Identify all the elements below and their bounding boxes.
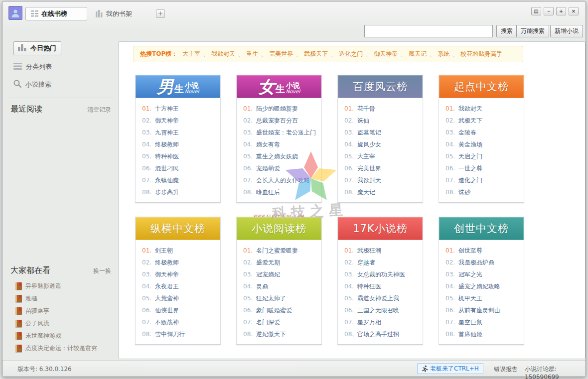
search-input[interactable] bbox=[364, 25, 493, 37]
board-list-item[interactable]: 08.官场之高手过招 bbox=[344, 328, 423, 340]
board-list-item[interactable]: 06.豪门暖婚蜜爱 bbox=[243, 304, 321, 316]
new-tab-button[interactable]: + bbox=[156, 9, 165, 18]
board-list-item[interactable]: 02.我是极品炉鼎 bbox=[445, 256, 524, 268]
board-list-item[interactable]: 08.魔天记 bbox=[344, 186, 423, 198]
hot-keyword[interactable]: 系统 bbox=[438, 50, 449, 57]
hot-keyword[interactable]: 我欲封天 bbox=[211, 50, 235, 57]
board-list-item[interactable]: 04.特种狂医 bbox=[344, 280, 423, 292]
board-list-item[interactable]: 07.星空巨鼠 bbox=[445, 316, 524, 328]
board-list-item[interactable]: 02.盛爱无期 bbox=[243, 256, 321, 268]
hot-keyword[interactable]: 完美世界 bbox=[269, 50, 293, 57]
board-list-item[interactable]: 01.陆少的暖婚新妻 bbox=[243, 103, 321, 115]
board-list-item[interactable]: 01.十方神王 bbox=[142, 103, 220, 115]
board-list-item[interactable]: 06.仙侠世界 bbox=[142, 304, 220, 316]
maximize-button[interactable]: + bbox=[556, 7, 566, 15]
sidebar-item-0[interactable]: 今日热门 bbox=[13, 41, 61, 55]
board-list-item[interactable]: 04.永夜君王 bbox=[142, 280, 220, 292]
board-list-item[interactable]: 01.我欲封天 bbox=[445, 103, 524, 115]
sidebar-item-1[interactable]: 分类列表 bbox=[13, 62, 114, 71]
search-button[interactable]: 搜索 bbox=[496, 25, 517, 37]
board-list-item[interactable]: 07.星罗万相 bbox=[344, 316, 423, 328]
board-list-item[interactable]: 05.大荒蛮神 bbox=[142, 292, 220, 304]
board-list-item[interactable]: 03.金陵春 bbox=[445, 126, 524, 138]
board-list-item[interactable]: 07.不败战神 bbox=[142, 316, 220, 328]
board-list-item[interactable]: 06.完美世界 bbox=[344, 162, 423, 174]
board-list-item[interactable]: 06.宠婚萌爱 bbox=[243, 162, 321, 174]
board-list-item[interactable]: 04.黄金渔场 bbox=[445, 138, 524, 150]
board-list-item[interactable]: 04.嫡女有毒 bbox=[243, 138, 321, 150]
board-list-item[interactable]: 01.名门之蜜爱暖妻 bbox=[243, 245, 321, 256]
board-list-item[interactable]: 05.重生之嫡女妖娆 bbox=[243, 150, 321, 162]
board-list-item[interactable]: 04.终极教师 bbox=[142, 138, 220, 150]
board-list-item[interactable]: 03.冠军之光 bbox=[445, 268, 524, 280]
board-list-item[interactable]: 06.三国之无限召唤 bbox=[344, 304, 423, 316]
board-list-item[interactable]: 08.雪中悍刀行 bbox=[142, 328, 220, 340]
hot-keyword[interactable]: 造化之门 bbox=[339, 50, 363, 57]
hot-keyword[interactable]: 大主宰 bbox=[182, 50, 200, 57]
hot-keyword[interactable]: 武极天下 bbox=[304, 50, 328, 57]
close-button[interactable]: × bbox=[569, 7, 579, 15]
minimize-button[interactable]: – bbox=[544, 7, 554, 15]
hot-keyword[interactable]: 御天神帝 bbox=[374, 50, 398, 57]
list-item[interactable]: 异界魅影逍遥 bbox=[15, 282, 114, 290]
board-list-item[interactable]: 05.狂妃太帅了 bbox=[243, 292, 321, 304]
list-item[interactable]: 末世魔神游戏 bbox=[15, 332, 114, 340]
board-list-item[interactable]: 03.九霄神王 bbox=[142, 126, 220, 138]
board-list-item[interactable]: 06.一世之尊 bbox=[445, 162, 524, 174]
hot-keyword[interactable]: 重生 bbox=[246, 50, 258, 57]
board-list-item[interactable]: 04.旋风少女 bbox=[344, 138, 423, 150]
refresh-link[interactable]: 换一换 bbox=[93, 267, 111, 275]
list-item[interactable]: 雅骚 bbox=[15, 294, 114, 303]
universal-search-button[interactable]: 万能搜索 bbox=[516, 25, 549, 37]
board-list-item[interactable]: 05.天启之门 bbox=[445, 150, 524, 162]
tab-online-rankings[interactable]: 在线书榜 bbox=[25, 7, 87, 20]
board-list-item[interactable]: 03.冠宠嫡妃 bbox=[243, 268, 321, 280]
hot-keyword[interactable]: 校花的贴身高手 bbox=[460, 50, 502, 57]
list-item[interactable]: 态度决定命运：计较是贫穷 bbox=[15, 344, 114, 353]
board-list-item[interactable]: 07.会长大人的女仆攻略 bbox=[243, 174, 321, 186]
sidebar-item-2[interactable]: 小说搜索 bbox=[13, 80, 114, 89]
list-item[interactable]: 公子风流 bbox=[15, 319, 114, 328]
board-list-item[interactable]: 03.盛世婚宠：老公送上门 bbox=[243, 126, 321, 138]
clear-history-link[interactable]: 清空记录 bbox=[87, 106, 111, 114]
hot-keyword[interactable]: 魔天记 bbox=[409, 50, 427, 57]
version-text: 版本号: 6.30.0.126 bbox=[17, 365, 72, 374]
board-list-item[interactable]: 07.造化之门 bbox=[445, 174, 524, 186]
list-item[interactable]: 苗疆蛊事 bbox=[15, 307, 114, 315]
board-list-item[interactable]: 04.灵鼎 bbox=[243, 280, 321, 292]
board-list-item[interactable]: 01.武极狂潮 bbox=[344, 245, 423, 256]
board-list-item[interactable]: 07.名门深爱 bbox=[243, 316, 321, 328]
board-list-item[interactable]: 02.穿越者 bbox=[344, 256, 423, 268]
board-list-item[interactable]: 02.总裁宠妻百分百 bbox=[243, 115, 321, 126]
board-list-item[interactable]: 07.永镇仙魔 bbox=[142, 174, 220, 186]
board-list-item[interactable]: 05.大主宰 bbox=[344, 150, 423, 162]
board-list-item[interactable]: 01.创世至尊 bbox=[445, 245, 524, 256]
board-list-item[interactable]: 08.逆妃傲天下 bbox=[243, 328, 321, 340]
error-report-link[interactable]: 错误报告 bbox=[494, 365, 518, 374]
board-list-item[interactable]: 02.诛仙 bbox=[344, 115, 423, 126]
board-list-item[interactable]: 08.步步高升 bbox=[142, 186, 220, 198]
board-list-item[interactable]: 05.特种神医 bbox=[142, 150, 220, 162]
boss-key-button[interactable]: 老板来了CTRL+H bbox=[417, 363, 483, 374]
add-novel-button[interactable]: 新增小说 bbox=[550, 25, 583, 37]
user-avatar[interactable] bbox=[8, 6, 22, 20]
board-list-item[interactable]: 02.御天神帝 bbox=[142, 115, 220, 126]
board-list-item[interactable]: 02.武极天下 bbox=[445, 115, 524, 126]
tab-my-bookshelf[interactable]: 我的书架 bbox=[90, 7, 137, 20]
board-list-item[interactable]: 04.盛宠之嫡妃攻略 bbox=[445, 280, 524, 292]
board-list-item[interactable]: 08.诛砂 bbox=[445, 186, 524, 198]
board-list-item[interactable]: 08.首席仙姬 bbox=[445, 328, 524, 340]
board-list-item[interactable]: 01.花千骨 bbox=[344, 103, 423, 115]
board-list-item[interactable]: 03.女总裁的功夫神医 bbox=[344, 268, 423, 280]
board-list-item[interactable]: 03.御天神帝 bbox=[142, 268, 220, 280]
board-list-item[interactable]: 05.霸道女神爱上我 bbox=[344, 292, 423, 304]
board-list-item[interactable]: 06.混世刁民 bbox=[142, 162, 220, 174]
board-list-item[interactable]: 02.终极教师 bbox=[142, 256, 220, 268]
board-list-item[interactable]: 05.机甲天王 bbox=[445, 292, 524, 304]
board-list-item[interactable]: 07.我欲封天 bbox=[344, 174, 423, 186]
board-list-item[interactable]: 01.剑王朝 bbox=[142, 245, 220, 256]
board-list-item[interactable]: 06.从前有座灵剑山 bbox=[445, 304, 524, 316]
skin-button[interactable]: ▤ bbox=[531, 7, 541, 15]
board-list-item[interactable]: 08.嗜血狂后 bbox=[243, 186, 321, 198]
board-list-item[interactable]: 03.盗墓笔记 bbox=[344, 126, 423, 138]
